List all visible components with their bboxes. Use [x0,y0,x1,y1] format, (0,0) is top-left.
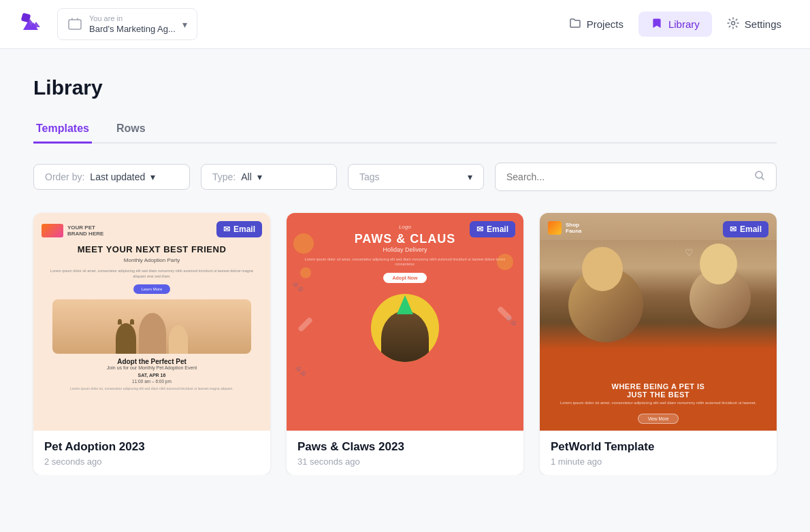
card-footer-1: Pet Adoption 2023 2 seconds ago [33,431,270,475]
bookmark-icon [651,17,663,31]
card-timestamp-2: 31 seconds ago [297,456,513,467]
bone-1 [297,316,313,332]
pet-silhouettes [116,313,188,354]
card-timestamp-3: 1 minute ago [551,456,766,467]
templates-grid: ✉ Email YOUR PETBRAND HERE MEET YOUR NEX… [33,213,777,475]
email-icon-3: ✉ [730,225,736,234]
email-icon-2: ✉ [476,225,483,234]
paw-1: 🐾 [292,281,304,292]
page-content: Library Templates Rows Order by: Last up… [17,49,793,475]
email-icon-1: ✉ [223,225,230,234]
dog-small-silhouette [169,325,188,354]
card-3-preview: ShopFauna [540,213,777,431]
order-by-select[interactable]: Order by: Last updated ▾ [33,164,190,190]
workspace-selector[interactable]: You are in Bard's Marketing Ag... ▾ [57,8,197,39]
search-box [495,163,777,191]
dog-left-area [568,247,650,377]
card-1-learn-more-btn: Learn More [133,284,171,294]
nav-label-settings: Settings [745,18,781,30]
card-title-1: Pet Adoption 2023 [44,440,259,454]
dog-right-area [690,240,758,363]
heart-icon: ♡ [685,247,694,258]
paw-3: 🐾 [295,365,306,376]
card-3-photo-area: ♡ [540,240,777,377]
tags-select[interactable]: Tags ▾ [348,164,484,190]
dog-body [381,311,429,362]
card-1-join-text: Join us for our Monthly Pet Adoption Eve… [107,365,197,370]
template-card-paws-claws[interactable]: ✉ Email 🐾 🐾 🐾 Logo PAWS & CLAUS Holiday … [287,213,523,475]
card-3-btn-area: View More [540,411,777,431]
workspace-text: You are in Bard's Marketing Ag... [89,14,176,33]
nav-item-projects[interactable]: Projects [557,12,636,37]
workspace-label: You are in [89,14,176,23]
card-1-subhead: Monthly Adoption Party [124,257,180,263]
nav-items: Projects Library Settings [557,12,794,37]
workspace-name: Bard's Marketing Ag... [89,24,176,34]
card-1-headline: MEET YOUR NEXT BEST FRIEND [78,244,227,254]
deco-circle-3 [497,254,513,270]
email-label-2: Email [487,225,508,234]
card-1-brand-box [42,224,63,237]
card-2-preview: 🐾 🐾 🐾 Logo PAWS & CLAUS Holiday Delivery… [287,213,523,431]
deco-circle-2 [300,267,311,278]
card-title-3: PetWorld Template [551,440,766,454]
tags-placeholder: Tags [359,171,380,182]
page-title: Library [33,76,777,99]
workspace-chevron-icon: ▾ [182,19,187,30]
card-3-banner: WHERE BEING A PET ISJUST THE BEST Lorem … [540,377,777,411]
dog-left-head [582,247,623,291]
card-footer-3: PetWorld Template 1 minute ago [540,431,777,475]
tab-templates[interactable]: Templates [33,116,92,144]
svg-point-3 [731,22,734,25]
email-badge-2: ✉ Email [470,221,515,237]
order-by-value: Last updated [90,171,145,182]
card-2-sub: Holiday Delivery [383,246,427,253]
card-2-adopt-btn: Adopt Now [383,273,427,283]
cat-silhouette [116,323,136,354]
card-image-petworld: ✉ Email ShopFauna [540,213,777,431]
template-card-petworld[interactable]: ✉ Email ShopFauna [540,213,777,475]
email-label-3: Email [740,225,762,234]
order-by-label: Order by: [45,171,84,182]
type-select[interactable]: Type: All ▾ [201,164,337,190]
filters-bar: Order by: Last updated ▾ Type: All ▾ Tag… [33,163,777,191]
tab-rows[interactable]: Rows [114,116,148,144]
party-hat [397,295,413,314]
email-label-1: Email [233,225,255,234]
card-3-banner-sub: Lorem ipsum dolor sit amet, consectetur … [548,400,768,405]
nav-label-library: Library [668,18,700,30]
card-2-logo: Logo [399,224,411,230]
card-image-pet-adoption: ✉ Email YOUR PETBRAND HERE MEET YOUR NEX… [33,213,270,431]
shop-icon [548,221,562,235]
card-footer-2: Paws & Claws 2023 31 seconds ago [287,431,523,475]
card-1-lorem-1: Lorem ipsum dolor sit amet, consectetur … [42,269,262,279]
card-1-preview: YOUR PETBRAND HERE MEET YOUR NEXT BEST F… [33,213,270,431]
card-title-2: Paws & Claws 2023 [297,440,513,454]
dog-large-silhouette [139,313,166,354]
card-1-adopt-text: Adopt the Perfect Pet [117,358,187,365]
yellow-circle [371,294,439,362]
email-badge-1: ✉ Email [216,221,262,237]
card-3-banner-title: WHERE BEING A PET ISJUST THE BEST [548,382,768,399]
search-icon [754,170,765,184]
card-1-brand: YOUR PETBRAND HERE [42,224,103,237]
template-card-pet-adoption[interactable]: ✉ Email YOUR PETBRAND HERE MEET YOUR NEX… [33,213,270,475]
tabs: Templates Rows [33,116,777,144]
card-1-time: 11:00 am – 6:00 pm [132,379,172,384]
tags-chevron-icon: ▾ [468,171,472,182]
card-1-brand-text: YOUR PETBRAND HERE [67,225,103,237]
app-logo [16,8,46,41]
type-value: All [241,171,252,182]
order-by-chevron-icon: ▾ [150,171,155,182]
nav-item-settings[interactable]: Settings [715,12,794,37]
card-2-lorem: Lorem ipsum dolor sit amet, consectetur … [295,257,515,267]
nav-item-library[interactable]: Library [638,12,712,37]
shop-name: ShopFauna [566,222,582,234]
card-3-view-more-btn: View More [638,414,679,424]
card-2-dog-area [371,294,439,362]
gear-icon [727,17,739,31]
card-image-paws-claws: ✉ Email 🐾 🐾 🐾 Logo PAWS & CLAUS Holiday … [287,213,523,431]
search-input[interactable] [506,171,749,182]
navbar: You are in Bard's Marketing Ag... ▾ Proj… [0,0,810,49]
dog-right-head [700,244,737,284]
